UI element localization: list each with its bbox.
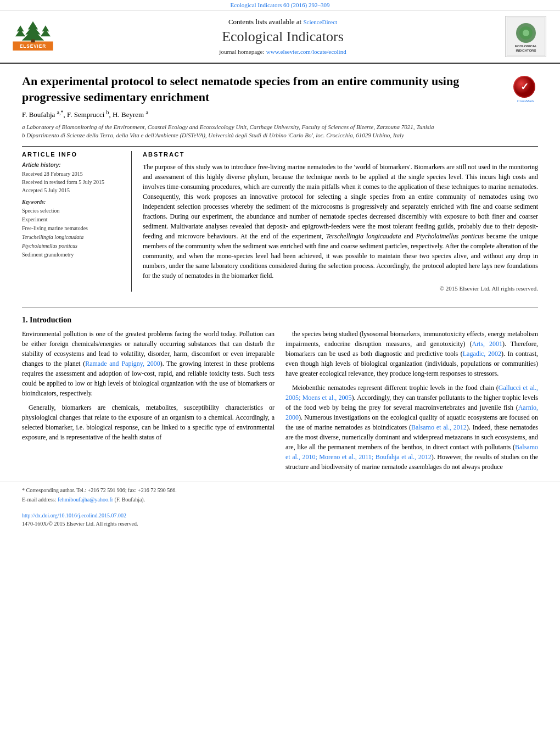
- svg-text:INDICATORS: INDICATORS: [516, 49, 536, 52]
- email-suffix: (F. Boufahja).: [115, 496, 145, 503]
- journal-header: ELSEVIER Contents lists available at Sci…: [0, 10, 560, 64]
- email-link[interactable]: fehmiboufajha@yahoo.fr: [58, 496, 113, 503]
- svg-text:ECOLOGICAL: ECOLOGICAL: [515, 44, 537, 48]
- crossmark-logo[interactable]: ✓ CrossMark: [513, 76, 538, 101]
- affiliation-b: b Dipartimento di Scienze della Terra, d…: [22, 131, 538, 140]
- intro-para-2: Generally, biomarkers are chemicals, met…: [22, 403, 275, 442]
- keyword-5: Ptycholaimellus ponticus: [22, 242, 123, 250]
- keyword-3: Free-living marine nematodes: [22, 224, 123, 233]
- article-info-heading: ARTICLE INFO: [22, 151, 123, 158]
- keyword-1: Species selection: [22, 207, 123, 215]
- page: Ecological Indicators 60 (2016) 292–309 …: [0, 0, 560, 742]
- footnotes-section: * Corresponding author. Tel.: +216 72 59…: [0, 482, 560, 510]
- introduction-section: 1. Introduction Environmental pollution …: [0, 313, 560, 482]
- svg-rect-5: [31, 40, 35, 43]
- article-dates: Received 28 February 2015 Received in re…: [22, 170, 123, 194]
- journal-ref-text: Ecological Indicators 60 (2016) 292–309: [231, 2, 330, 8]
- svg-text:ELSEVIER: ELSEVIER: [20, 44, 46, 49]
- footnote-email: E-mail address: fehmiboufajha@yahoo.fr (…: [22, 496, 538, 504]
- crossmark-icon: ✓: [513, 76, 535, 98]
- email-label: E-mail address:: [22, 496, 56, 503]
- svg-text:✓: ✓: [520, 81, 529, 92]
- svg-marker-7: [15, 30, 25, 37]
- abstract-text: The purpose of this study was to introdu…: [143, 162, 538, 281]
- homepage-url[interactable]: www.elsevier.com/locate/ecolind: [266, 48, 346, 55]
- article-content: An experimental protocol to select nemat…: [0, 64, 560, 302]
- footnote-star: * Corresponding author. Tel.: +216 72 59…: [22, 487, 538, 494]
- keywords-label: Keywords:: [22, 199, 123, 205]
- keywords-list: Species selection Experiment Free-living…: [22, 207, 123, 259]
- contents-text: Contents lists available at: [228, 18, 301, 26]
- intro-left-col: Environmental pollution is one of the gr…: [22, 329, 275, 476]
- intro-para-1: Environmental pollution is one of the gr…: [22, 329, 275, 398]
- intro-right-para-1: the species being studied (lysosomal bio…: [285, 329, 538, 378]
- elsevier-tree-icon: ELSEVIER: [11, 20, 55, 51]
- copyright-notice: © 2015 Elsevier Ltd. All rights reserved…: [143, 285, 538, 292]
- article-title: An experimental protocol to select nemat…: [22, 74, 508, 105]
- doi-line: http://dx.doi.org/10.1016/j.ecolind.2015…: [0, 510, 560, 520]
- section-number: 1.: [22, 316, 28, 324]
- homepage-label: journal homepage:: [219, 48, 264, 55]
- sciencedirect-link[interactable]: ScienceDirect: [303, 19, 337, 25]
- section-divider: [22, 307, 538, 308]
- svg-point-13: [523, 30, 529, 36]
- article-title-section: An experimental protocol to select nemat…: [22, 74, 538, 105]
- history-label: Article history:: [22, 162, 123, 168]
- journal-name: Ecological Indicators: [66, 29, 500, 45]
- contents-label: Contents lists available at ScienceDirec…: [66, 18, 500, 26]
- homepage-line: journal homepage: www.elsevier.com/locat…: [66, 47, 500, 56]
- abstract-column: ABSTRACT The purpose of this study was t…: [143, 151, 538, 292]
- section-title: Introduction: [30, 316, 71, 324]
- journal-reference-bar: Ecological Indicators 60 (2016) 292–309: [0, 0, 560, 10]
- introduction-columns: Environmental pollution is one of the gr…: [22, 329, 538, 476]
- keyword-6: Sediment granulometry: [22, 250, 123, 259]
- crossmark-label: CrossMark: [513, 99, 538, 103]
- intro-right-col: the species being studied (lysosomal bio…: [285, 329, 538, 476]
- journal-center: Contents lists available at ScienceDirec…: [66, 18, 500, 56]
- affiliation-a: a Laboratory of Biomonitoring of the Env…: [22, 123, 538, 131]
- svg-marker-9: [41, 30, 51, 37]
- svg-marker-4: [22, 30, 44, 41]
- doi-url[interactable]: http://dx.doi.org/10.1016/j.ecolind.2015…: [22, 512, 126, 518]
- article-info-column: ARTICLE INFO Article history: Received 2…: [22, 151, 132, 292]
- authors-line: F. Boufahja a,*, F. Semprucci b, H. Beyr…: [22, 109, 538, 119]
- affiliations: a Laboratory of Biomonitoring of the Env…: [22, 123, 538, 140]
- keyword-4: Terschellingia longicaudata: [22, 233, 123, 242]
- keyword-2: Experiment: [22, 215, 123, 224]
- received-revised-date: Received in revised form 5 July 2015: [22, 178, 123, 186]
- info-abstract-section: ARTICLE INFO Article history: Received 2…: [22, 146, 538, 292]
- elsevier-logo: ELSEVIER: [11, 20, 60, 53]
- intro-right-para-2: Meiobenthic nematodes represent differen…: [285, 383, 538, 472]
- license-line: 1470-160X/© 2015 Elsevier Ltd. All right…: [0, 520, 560, 531]
- ecological-indicators-logo: ECOLOGICAL INDICATORS: [505, 16, 546, 57]
- journal-logo-right: ECOLOGICAL INDICATORS: [505, 16, 549, 57]
- abstract-heading: ABSTRACT: [143, 151, 538, 158]
- keywords-section: Keywords: Species selection Experiment F…: [22, 199, 123, 259]
- introduction-heading: 1. Introduction: [22, 316, 538, 325]
- received-date: Received 28 February 2015: [22, 170, 123, 178]
- footnote-star-text: * Corresponding author. Tel.: +216 72 59…: [22, 487, 177, 493]
- accepted-date: Accepted 5 July 2015: [22, 186, 123, 194]
